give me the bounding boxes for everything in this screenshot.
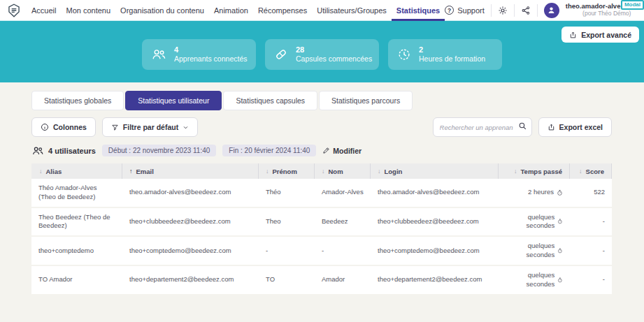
user-context: (pour Théo Démo) (582, 10, 631, 17)
cell-score: - (570, 270, 612, 289)
cell-nom: Amador (315, 270, 371, 289)
end-date-pill: Fin : 20 février 2024 11:40 (222, 145, 316, 156)
nav-item-recompenses[interactable]: Récompenses (253, 0, 312, 21)
people-icon (31, 145, 44, 156)
cell-alias: Théo Amador-Alves (Theo de Beedeez) (31, 179, 122, 207)
user-avatar[interactable] (544, 3, 559, 18)
stat-cards: 4 Apprenants connectés 28 Capsules comme… (0, 39, 644, 70)
cell-login: theo+departement2@beedeez.com (371, 270, 499, 289)
cell-score: - (570, 242, 612, 261)
export-icon (569, 31, 577, 39)
stopwatch-icon (557, 277, 563, 284)
sort-down-icon: ↓ (378, 168, 381, 175)
beedeez-logo-icon[interactable] (7, 3, 21, 17)
table-header-row: ↓ Alias ↑ Email ↓ Prénom ↓ Nom ↓ Login ↓… (31, 163, 612, 179)
share-nodes-icon[interactable] (521, 6, 531, 15)
cell-score: 522 (570, 183, 612, 202)
column-label: Score (586, 168, 604, 175)
stopwatch-icon (557, 189, 563, 196)
export-excel-label: Export excel (559, 123, 603, 131)
columns-button[interactable]: Colonnes (31, 117, 96, 137)
table-row[interactable]: theo+comptedemo theo+comptedemo@beedeez.… (31, 237, 612, 266)
nav-item-animation[interactable]: Animation (209, 0, 253, 21)
table-meta-row: 4 utilisateurs Début : 22 novembre 2023 … (31, 145, 612, 156)
stat-card-heures-de-formation[interactable]: 2 Heures de formation (388, 39, 502, 70)
sort-down-icon: ↓ (514, 168, 517, 175)
cell-nom: - (315, 242, 371, 261)
divider (491, 4, 492, 17)
stat-label: Apprenants connectés (174, 54, 248, 64)
column-header-email[interactable]: ↑ Email (122, 163, 259, 179)
pencil-icon (322, 147, 330, 154)
cell-login: theo+comptedemo@beedeez.com (371, 242, 499, 261)
cell-login: theo.amador-alves@beedeez.com (371, 183, 499, 202)
tab-statistiques-parcours[interactable]: Statistiques parcours (319, 91, 413, 110)
support-button[interactable]: ? Support (445, 6, 485, 15)
column-label: Temps passé (521, 168, 563, 175)
table-row[interactable]: Theo Beedeez (Theo de Beedeez) theo+club… (31, 208, 612, 237)
tab-statistiques-globales[interactable]: Statistiques globales (31, 91, 124, 110)
export-avance-label: Export avancé (581, 31, 631, 39)
stat-value: 28 (296, 45, 372, 55)
table-row[interactable]: Théo Amador-Alves (Theo de Beedeez) theo… (31, 179, 612, 208)
stats-banner: 4 Apprenants connectés 28 Capsules comme… (0, 21, 644, 82)
export-excel-button[interactable]: Export excel (538, 117, 612, 137)
columns-label: Colonnes (53, 123, 87, 131)
clock-icon (397, 47, 411, 61)
search-input[interactable] (433, 117, 532, 137)
sort-up-icon: ↑ (129, 168, 133, 175)
export-icon (548, 123, 555, 131)
column-header-score[interactable]: ↓ Score (570, 163, 612, 179)
settings-gear-icon[interactable] (498, 6, 508, 15)
stopwatch-icon (557, 218, 563, 225)
nav-item-accueil[interactable]: Accueil (27, 0, 61, 21)
edit-dates-button[interactable]: Modifier (322, 147, 362, 155)
default-filter-button[interactable]: Filtre par défaut (102, 117, 198, 137)
column-header-alias[interactable]: ↓ Alias (31, 163, 122, 179)
table-toolbar: Colonnes Filtre par défaut (31, 117, 612, 137)
cell-email: theo+comptedemo@beedeez.com (122, 242, 259, 261)
tab-statistiques-capsules[interactable]: Statistiques capsules (223, 91, 317, 110)
nav-item-utilisateurs-groupes[interactable]: Utilisateurs/Groupes (312, 0, 392, 21)
top-navigation-bar: Accueil Mon contenu Organisation du cont… (0, 0, 644, 21)
cell-email: theo+clubbeedeez@beedeez.com (122, 212, 259, 231)
cell-email: theo.amador-alves@beedeez.com (122, 183, 259, 202)
nav-item-mon-contenu[interactable]: Mon contenu (61, 0, 115, 21)
users-count-label: 4 utilisateurs (48, 147, 96, 155)
nav-item-organisation-du-contenu[interactable]: Organisation du contenu (115, 0, 209, 21)
users-statistics-table: ↓ Alias ↑ Email ↓ Prénom ↓ Nom ↓ Login ↓… (31, 163, 612, 295)
cell-alias: Theo Beedeez (Theo de Beedeez) (31, 208, 122, 236)
cell-login: theo+clubbeedeez@beedeez.com (371, 212, 499, 231)
table-row[interactable]: TO Amador theo+departement2@beedeez.com … (31, 266, 612, 295)
cell-prenom: TO (259, 270, 315, 289)
stat-card-apprenants-connectes[interactable]: 4 Apprenants connectés (142, 39, 256, 70)
column-label: Login (385, 168, 403, 175)
tab-statistiques-utilisateur[interactable]: Statistiques utilisateur (125, 91, 222, 110)
cell-temps-passe: quelques secondes (499, 208, 570, 236)
sort-down-icon: ↓ (39, 168, 43, 175)
column-label: Nom (329, 168, 343, 175)
topbar-right-cluster: ? Support theo.amador-alves@beedeez... ( (445, 0, 644, 21)
cell-alias: theo+comptedemo (31, 242, 122, 261)
cell-temps-passe: 2 heures (499, 183, 570, 202)
column-header-prenom[interactable]: ↓ Prénom (259, 163, 315, 179)
cell-prenom: Theo (259, 212, 315, 231)
search-icon[interactable] (518, 122, 527, 131)
export-avance-button[interactable]: Export avancé (561, 27, 639, 43)
start-date-pill: Début : 22 novembre 2023 11:40 (102, 145, 216, 156)
filter-label: Filtre par défaut (123, 123, 178, 131)
nav-item-statistiques[interactable]: Statistiques (392, 0, 445, 21)
cell-temps-passe: quelques secondes (499, 266, 570, 294)
cell-nom: Beedeez (315, 212, 371, 231)
filter-funnel-icon (111, 124, 119, 131)
cell-nom: Amador-Alves (315, 183, 371, 202)
column-header-temps-passe[interactable]: ↓ Temps passé (499, 163, 570, 179)
cell-prenom: Théo (259, 183, 315, 202)
divider (537, 4, 538, 17)
column-label: Email (136, 168, 154, 175)
column-header-login[interactable]: ↓ Login (371, 163, 499, 179)
stat-card-capsules-commencees[interactable]: 28 Capsules commencées (265, 39, 379, 70)
column-header-nom[interactable]: ↓ Nom (315, 163, 371, 179)
users-count: 4 utilisateurs (31, 145, 96, 156)
cell-prenom: - (259, 242, 315, 261)
